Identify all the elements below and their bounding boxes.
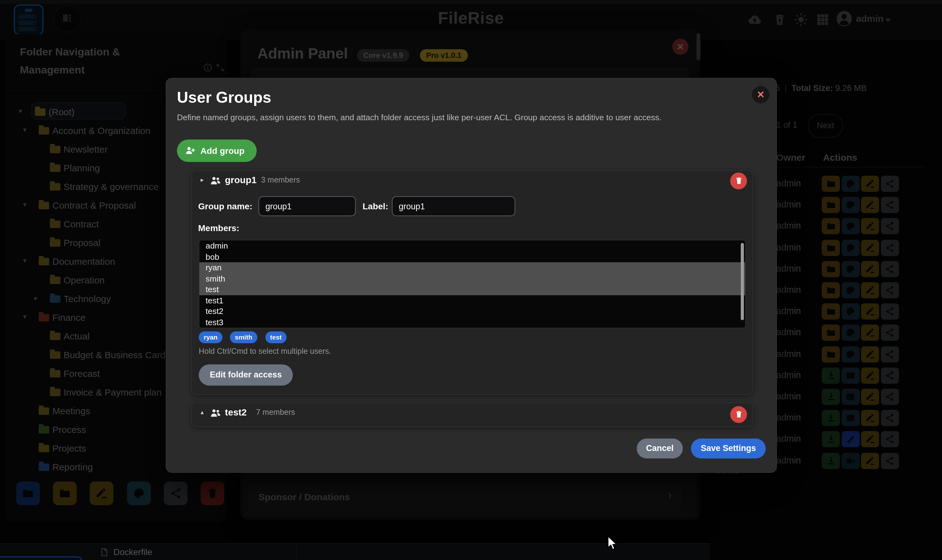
delete-group-button[interactable] [730, 406, 747, 423]
member-chip-smith[interactable]: smith [230, 331, 257, 343]
cancel-button[interactable]: Cancel [637, 438, 683, 458]
trash-icon [734, 410, 743, 418]
group-caret-icon[interactable]: ▴ [201, 409, 204, 415]
trash-icon [734, 176, 743, 185]
group-name-title[interactable]: test2 [225, 407, 247, 417]
member-chip-test[interactable]: test [265, 331, 286, 343]
member-option-test2[interactable]: test2 [199, 306, 745, 317]
group-caret-icon[interactable]: ▸ [201, 176, 204, 183]
modal-description: Define named groups, assign users to the… [177, 113, 661, 122]
members-label: Members: [198, 223, 239, 233]
member-option-ryan[interactable]: ryan [199, 262, 746, 273]
member-option-test1[interactable]: test1 [199, 295, 745, 306]
listbox-scrollbar[interactable] [741, 243, 744, 320]
people-icon [210, 408, 221, 418]
member-chip-ryan[interactable]: ryan [199, 331, 222, 343]
filerise-app: FileRise admin Folder Navigation & Manag… [0, 0, 942, 560]
group-name-input[interactable] [259, 196, 356, 216]
member-option-test[interactable]: test [199, 284, 746, 295]
members-listbox[interactable]: adminbobryansmithtesttest1test2test3 [199, 240, 746, 328]
group-label-input[interactable] [392, 196, 515, 216]
person-add-icon [185, 145, 195, 156]
mouse-cursor [608, 536, 618, 551]
delete-group-button[interactable] [730, 172, 747, 189]
add-group-button[interactable]: Add group [177, 140, 257, 162]
group-card-test2: ▴ test2 7 members [191, 402, 753, 427]
label-label: Label: [363, 201, 388, 211]
member-option-admin[interactable]: admin [199, 240, 745, 251]
multi-select-hint: Hold Ctrl/Cmd to select multiple users. [199, 347, 331, 356]
save-settings-button[interactable]: Save Settings [691, 438, 766, 458]
group-name-label: Group name: [198, 201, 252, 211]
group-member-count: 3 members [261, 176, 300, 185]
edit-folder-access-button[interactable]: Edit folder access [199, 365, 293, 386]
user-groups-modal: User Groups ✕ Define named groups, assig… [166, 78, 777, 473]
group-card-group1: ▸ group1 3 members Group name: Label: Me… [191, 170, 753, 395]
member-option-smith[interactable]: smith [199, 273, 746, 284]
modal-title: User Groups [177, 88, 271, 106]
member-option-bob[interactable]: bob [199, 251, 745, 262]
group-name-title[interactable]: group1 [225, 174, 257, 185]
group-member-count: 7 members [256, 408, 295, 417]
modal-close-button[interactable]: ✕ [752, 86, 770, 103]
people-icon [210, 175, 221, 186]
member-option-test3[interactable]: test3 [199, 317, 745, 328]
